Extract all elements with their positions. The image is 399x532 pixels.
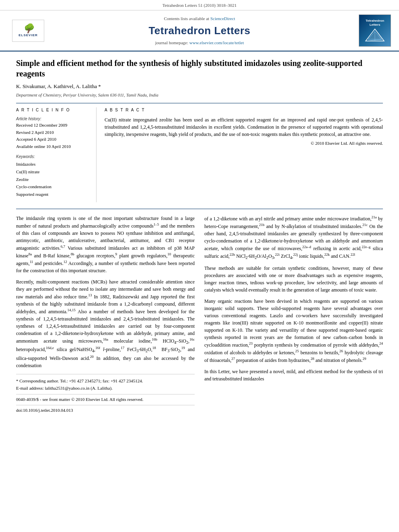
journal-reference-bar: Tetrahedron Letters 51 (2010) 3018–3021 xyxy=(0,0,399,10)
received-date: Received 12 December 2009 xyxy=(16,122,90,129)
keywords-block: Keywords: Imidazoles Cu(II) nitrate Zeol… xyxy=(16,154,90,198)
page: Tetrahedron Letters 51 (2010) 3018–3021 … xyxy=(0,0,399,420)
elsevier-logo-area: 🌳 ELSEVIER xyxy=(8,20,48,42)
keyword-5: Supported reagent xyxy=(16,191,90,198)
article-title: Simple and efficient method for the synt… xyxy=(16,58,383,79)
revised-date: Revised 2 April 2010 xyxy=(16,129,90,136)
copyright: © 2010 Elsevier Ltd. All rights reserved… xyxy=(105,140,383,146)
article-dates: Received 12 December 2009 Revised 2 Apri… xyxy=(16,122,90,150)
journal-title: Tetrahedron Letters xyxy=(48,23,351,38)
footnotes: * Corresponding author. Tel.: +91 427 23… xyxy=(16,374,195,414)
article-info-abstract: A R T I C L E I N F O Article history: R… xyxy=(16,103,383,202)
issn-line: 0040-4039/$ - see front matter © 2010 El… xyxy=(16,394,195,403)
body-text: The imidazole ring system is one of the … xyxy=(16,209,383,414)
journal-homepage: journal homepage: www.elsevier.com/locat… xyxy=(48,40,351,46)
body-para-4: These methods are suitable for certain s… xyxy=(204,265,383,294)
article-info-column: A R T I C L E I N F O Article history: R… xyxy=(16,107,97,202)
cover-title: Tetrahedron Letters xyxy=(361,19,389,27)
elsevier-logo: 🌳 ELSEVIER xyxy=(12,20,44,42)
cover-graphic xyxy=(365,28,385,42)
journal-cover-image: Tetrahedron Letters xyxy=(359,14,391,47)
affiliation: Department of Chemistry, Periyar Univers… xyxy=(16,92,383,98)
doi-line: doi:10.1016/j.tetlet.2010.04.013 xyxy=(16,405,195,414)
body-column-left: The imidazole ring system is one of the … xyxy=(16,215,195,414)
keywords-label: Keywords: xyxy=(16,154,90,160)
body-para-1: The imidazole ring system is one of the … xyxy=(16,215,195,274)
footnote-corresponding: * Corresponding author. Tel.: +91 427 23… xyxy=(16,378,195,384)
body-column-right: of a 1,2-diketone with an aryl nitrile a… xyxy=(204,215,383,414)
journal-url[interactable]: www.elsevier.com/locate/tetlet xyxy=(189,40,244,45)
body-para-3: of a 1,2-diketone with an aryl nitrile a… xyxy=(204,215,383,261)
elsevier-brand: ELSEVIER xyxy=(19,33,38,37)
keyword-2: Cu(II) nitrate xyxy=(16,168,90,176)
content-area: Simple and efficient method for the synt… xyxy=(0,51,399,420)
accepted-date: Accepted 6 April 2010 xyxy=(16,136,90,143)
article-history: Article history: Received 12 December 20… xyxy=(16,116,90,150)
keyword-3: Zeolite xyxy=(16,176,90,183)
journal-ref-text: Tetrahedron Letters 51 (2010) 3018–3021 xyxy=(162,3,237,8)
journal-cover-area: Tetrahedron Letters xyxy=(351,14,391,47)
footnote-email: E-mail address: lalitha2531@yahoo.co.in … xyxy=(16,385,195,392)
available-date: Available online 10 April 2010 xyxy=(16,143,90,150)
sciencedirect-notice: Contents lists available at ScienceDirec… xyxy=(48,16,351,22)
history-label: Article history: xyxy=(16,116,90,122)
abstract-header: A B S T R A C T xyxy=(105,107,383,113)
abstract-column: A B S T R A C T Cu(II) nitrate impregnat… xyxy=(105,107,383,202)
keyword-4: Cyclo-condensation xyxy=(16,183,90,191)
body-para-2: Recently, multi-component reactions (MCR… xyxy=(16,278,195,369)
body-para-5: Many organic reactions have been devised… xyxy=(204,298,383,364)
journal-header: 🌳 ELSEVIER Contents lists available at S… xyxy=(0,10,399,51)
abstract-text: Cu(II) nitrate impregnated zeolite has b… xyxy=(105,116,383,138)
article-info-header: A R T I C L E I N F O xyxy=(16,107,90,113)
elsevier-tree-icon: 🌳 xyxy=(23,24,34,33)
keywords-list: Imidazoles Cu(II) nitrate Zeolite Cyclo-… xyxy=(16,160,90,198)
sciencedirect-link[interactable]: ScienceDirect xyxy=(210,16,235,21)
keyword-1: Imidazoles xyxy=(16,160,90,168)
journal-title-area: Contents lists available at ScienceDirec… xyxy=(48,16,351,46)
body-para-6: In this Letter, we have presented a nove… xyxy=(204,368,383,382)
authors: K. Sivakumar, A. Kathirvel, A. Lalitha * xyxy=(16,83,383,90)
